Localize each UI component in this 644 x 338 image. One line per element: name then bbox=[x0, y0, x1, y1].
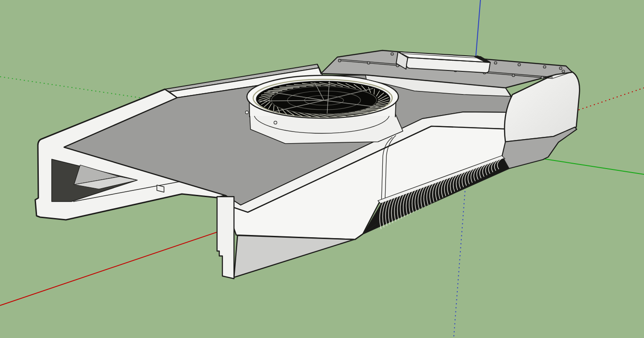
rivet bbox=[494, 62, 497, 64]
viewport-3d[interactable] bbox=[0, 0, 644, 338]
rivet bbox=[562, 70, 565, 73]
rivet bbox=[559, 67, 562, 70]
rivet bbox=[518, 63, 521, 66]
fan-base-screw bbox=[274, 121, 277, 124]
rivet bbox=[512, 74, 515, 77]
rivet bbox=[367, 62, 370, 64]
scene-svg bbox=[0, 0, 644, 338]
rivet bbox=[541, 76, 544, 79]
rivet bbox=[338, 59, 341, 62]
fan-base-screw bbox=[246, 111, 249, 114]
rivet bbox=[543, 66, 546, 68]
rivet bbox=[391, 53, 394, 55]
